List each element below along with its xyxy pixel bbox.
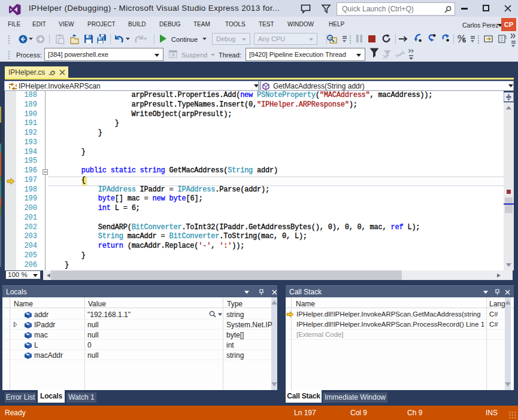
svg-text:6: 6 xyxy=(462,36,466,43)
